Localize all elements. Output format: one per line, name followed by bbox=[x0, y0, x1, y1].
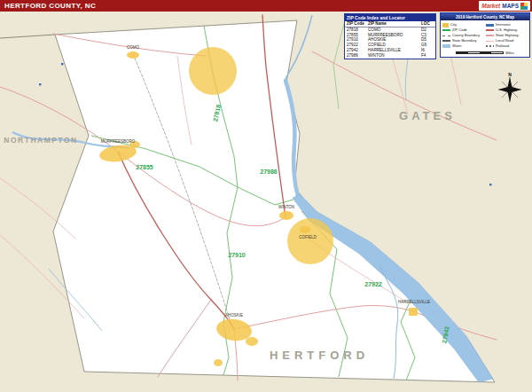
marketmaps-logo: MarketMAPS bbox=[479, 1, 530, 11]
page-title: HERTFORD COUNTY, NC bbox=[0, 2, 96, 10]
zip-swatch bbox=[442, 29, 450, 31]
county-boundary-swatch bbox=[442, 35, 450, 36]
zip-index-box: ZIP Code Index and Locator ZIP Code ZIP … bbox=[344, 13, 436, 59]
scale-label: Miles bbox=[505, 51, 513, 55]
city-label-ahoskie: AHOSKIE bbox=[225, 313, 243, 318]
zip-radius-circle-center bbox=[287, 218, 333, 264]
legend-item: Water bbox=[442, 43, 484, 49]
color-grid-icon bbox=[520, 3, 528, 10]
como-area bbox=[127, 51, 139, 59]
legend-label: Railroad bbox=[496, 43, 509, 49]
legend-item: Railroad bbox=[486, 43, 528, 49]
water-swatch bbox=[442, 44, 450, 48]
map-legend-title: 2019 Hertford County, NC Map bbox=[441, 13, 529, 20]
local-road-swatch bbox=[486, 41, 494, 42]
zip-label-27910: 27910 bbox=[228, 252, 246, 258]
zip-index-title: ZIP Code Index and Locator bbox=[345, 14, 435, 21]
scale-bar-row: Miles bbox=[441, 50, 529, 57]
zip-label-27922: 27922 bbox=[364, 281, 382, 287]
col-loc: LOC bbox=[421, 21, 434, 27]
scale-bar bbox=[456, 51, 504, 54]
logo-maps-text: MAPS bbox=[502, 3, 519, 9]
zip-label-27855: 27855 bbox=[136, 164, 153, 170]
us-highway-swatch bbox=[486, 29, 494, 31]
city-label-winton: WINTON bbox=[278, 205, 294, 209]
city-label-cofield: COFIELD bbox=[299, 235, 317, 239]
compass-rose: N bbox=[498, 73, 521, 103]
city-label-murfreesboro: MURFREESBORO bbox=[101, 139, 136, 144]
map-legend-body: City Interstate ZIP Code U.S. Highway Co… bbox=[441, 20, 529, 50]
zip-value: 27986 bbox=[347, 53, 368, 59]
winton-area bbox=[279, 211, 293, 220]
city-label-harrellsville: HARRELLSVILLE bbox=[398, 300, 430, 304]
title-bar: HERTFORD COUNTY, NC MarketMAPS bbox=[0, 0, 532, 12]
state-highway-swatch bbox=[486, 35, 494, 36]
zip-index-row: 27986 WINTON F4 bbox=[345, 53, 435, 59]
legend-label: Water bbox=[452, 43, 462, 49]
region-label-northampton: NORTHAMPTON bbox=[4, 136, 77, 145]
zip-index-header-row: ZIP Code ZIP Name LOC bbox=[345, 21, 435, 27]
region-label-hertford: HERTFORD bbox=[270, 349, 369, 362]
city-swatch bbox=[442, 23, 449, 27]
zip-loc: F4 bbox=[421, 53, 434, 59]
zip-radius-circle-north bbox=[189, 47, 237, 95]
region-label-gates: GATES bbox=[399, 109, 456, 122]
state-boundary-swatch bbox=[442, 40, 450, 42]
col-zip-code: ZIP Code bbox=[347, 21, 368, 27]
cofield-area bbox=[300, 226, 310, 233]
col-zip-name: ZIP Name bbox=[368, 21, 421, 27]
county-map-poster: HERTFORD COUNTY, NC MarketMAPS bbox=[0, 0, 532, 392]
city-label-como: COMO bbox=[127, 45, 139, 50]
interstate-swatch bbox=[486, 24, 494, 27]
logo-market-text: Market bbox=[481, 3, 500, 9]
compass-star-icon bbox=[498, 77, 521, 102]
zip-label-27986: 27986 bbox=[260, 169, 278, 175]
map-canvas: NORTHAMPTON GATES HERTFORD 27818 27855 2… bbox=[0, 12, 532, 392]
map-legend-box: 2019 Hertford County, NC Map City Inters… bbox=[440, 12, 530, 58]
zip-name: WINTON bbox=[368, 53, 421, 59]
railroad-swatch bbox=[486, 45, 494, 47]
harrellsville-area bbox=[409, 308, 418, 316]
